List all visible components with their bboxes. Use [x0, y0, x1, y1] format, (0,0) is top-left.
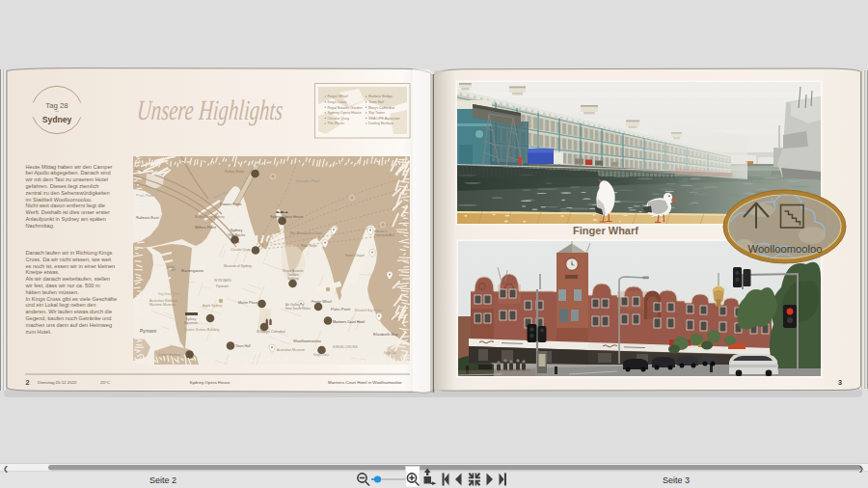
svg-text:Millers Point: Millers Point	[195, 225, 217, 230]
svg-text:Elizabeth Bay House: Elizabeth Bay House	[355, 309, 382, 312]
svg-text:Kings Cross: Kings Cross	[328, 100, 347, 104]
svg-text:Naval Chapel: Naval Chapel	[345, 254, 365, 258]
svg-text:New South Wales: New South Wales	[285, 307, 311, 311]
svg-text:Mariners Court Hotel: Mariners Court Hotel	[333, 320, 365, 324]
svg-text:Town Hall: Town Hall	[368, 100, 384, 104]
svg-text:zum Hotel.: zum Hotel.	[26, 329, 52, 335]
svg-text:Darling Harbour: Darling Harbour	[368, 122, 394, 125]
svg-text:Danach laufen wir in Richtung: Danach laufen wir in Richtung Kings	[26, 250, 113, 256]
svg-text:es noch ist, essen wir in eine: es noch ist, essen wir in einer kleinen	[26, 263, 116, 269]
svg-text:Cross. Da wir nicht wissen, wi: Cross. Da wir nicht wissen, wie weit	[26, 257, 112, 262]
svg-text:Fleet Steps: Fleet Steps	[301, 244, 317, 248]
svg-text:❮: ❮	[3, 465, 9, 473]
svg-text:KINGS CROSS: KINGS CROSS	[333, 345, 358, 349]
svg-text:Kings Cross: Kings Cross	[313, 353, 330, 357]
svg-text:Peninsula Aus: Peninsula Aus	[374, 233, 394, 237]
svg-text:20°C: 20°C	[100, 380, 110, 385]
svg-text:Sydney Opera House: Sydney Opera House	[270, 215, 303, 219]
svg-text:WYNYARD: WYNYARD	[214, 279, 232, 283]
svg-text:Anlaufpunkt in Sydney am späte: Anlaufpunkt in Sydney am späten	[26, 216, 106, 222]
svg-text:Woolloomooloo: Woolloomooloo	[293, 339, 321, 343]
svg-text:SEA LIFE Aquarium: SEA LIFE Aquarium	[368, 117, 400, 121]
svg-text:Finger Wharf: Finger Wharf	[328, 95, 349, 98]
svg-text:Tag 28: Tag 28	[45, 101, 68, 110]
svg-text:Circular Quay: Circular Quay	[328, 117, 350, 121]
svg-text:Seite 2: Seite 2	[149, 475, 176, 485]
svg-text:Royal Botanic Garden: Royal Botanic Garden	[328, 106, 363, 110]
svg-text:Australian Museum: Australian Museum	[277, 348, 305, 352]
svg-text:Balmain East: Balmain East	[136, 215, 159, 220]
svg-text:Als wir danach weiterlaufen, s: Als wir danach weiterlaufen, stellen	[26, 276, 110, 282]
svg-text:King Street Wharf: King Street Wharf	[158, 292, 179, 296]
svg-text:Dawes Point: Dawes Point	[220, 202, 242, 206]
svg-text:Werft. Deshalb ist dies unser: Werft. Deshalb ist dies unser erster	[26, 209, 110, 215]
svg-text:hätten laufen müssen.: hätten laufen müssen.	[26, 289, 79, 295]
svg-text:Seite 3: Seite 3	[663, 475, 690, 485]
svg-text:Sky Tower: Sky Tower	[368, 111, 386, 115]
svg-text:Nicht weit davon entfernt lieg: Nicht weit davon entfernt liegt die	[26, 203, 105, 208]
svg-text:Town Hall: Town Hall	[235, 344, 251, 348]
svg-text:Mariners Court Hotel in Woollo: Mariners Court Hotel in Woolloomooloo	[328, 380, 402, 385]
svg-text:Woolloomooloo: Woolloomooloo	[748, 243, 823, 255]
svg-text:Sydney Opera House: Sydney Opera House	[328, 111, 362, 115]
svg-text:The Rocks: The Rocks	[228, 233, 245, 237]
svg-text:Elizabeth Bay: Elizabeth Bay	[373, 332, 399, 337]
svg-text:Kurraba Point: Kurraba Point	[296, 178, 320, 183]
svg-text:Barangaroo: Barangaroo	[181, 268, 204, 273]
svg-text:Harbour: Harbour	[167, 268, 176, 272]
svg-text:In Kings Cross gibt es viele G: In Kings Cross gibt es viele Geschäfte	[26, 296, 118, 302]
svg-text:und ein Lokal liegt neben den: und ein Lokal liegt neben den	[26, 302, 96, 308]
svg-text:Dienstag 20.12.2022: Dienstag 20.12.2022	[38, 380, 77, 385]
svg-text:Queen Victoria Building: Queen Victoria Building	[184, 328, 220, 332]
svg-text:anderen. Wir laufen etwas durc: anderen. Wir laufen etwas durch die	[26, 309, 113, 314]
svg-text:wir mit dem Taxi zu unserem Ho: wir mit dem Taxi zu unserem Hotel	[25, 176, 108, 182]
svg-text:Marys Cathedral: Marys Cathedral	[368, 106, 394, 110]
svg-text:Potts Point: Potts Point	[331, 307, 351, 312]
svg-text:Circular Quay: Circular Quay	[231, 248, 251, 252]
svg-text:Sydney: Sydney	[287, 277, 299, 281]
svg-text:Finger Wharf: Finger Wharf	[573, 225, 638, 236]
svg-text:gefahren. Dieses liegt ziemlic: gefahren. Dieses liegt ziemlich	[26, 183, 99, 189]
svg-text:Finger Wharf: Finger Wharf	[312, 300, 332, 304]
svg-text:wir fest, dass wir nur ca. 500: wir fest, dass wir nur ca. 500 m	[25, 283, 100, 288]
svg-text:im Stadtteil Woolloomooloo.: im Stadtteil Woolloomooloo.	[26, 197, 94, 203]
svg-text:Kings Cou: Kings Cou	[384, 351, 396, 355]
svg-text:Harbour Bridge: Harbour Bridge	[368, 95, 393, 98]
svg-text:Mrs Macquarie's Chair: Mrs Macquarie's Chair	[290, 231, 323, 235]
svg-text:2: 2	[26, 378, 30, 387]
svg-text:St Mary's Cathedral: St Mary's Cathedral	[257, 330, 285, 334]
svg-text:machen uns dann auf den Heimwe: machen uns dann auf den Heimweg	[26, 322, 113, 328]
svg-text:Gegend, kaufen noch Getränke u: Gegend, kaufen noch Getränke und	[26, 315, 112, 321]
svg-text:❯: ❯	[858, 465, 864, 473]
svg-text:Darling Harbour: Darling Harbour	[158, 353, 181, 357]
svg-text:Sydney: Sydney	[231, 229, 243, 232]
svg-text:Nachmittag.: Nachmittag.	[26, 223, 55, 229]
svg-text:Sydney Opera House: Sydney Opera House	[190, 380, 231, 385]
svg-text:Apple Sydney: Apple Sydney	[203, 304, 223, 308]
svg-text:Aquarium: Aquarium	[184, 321, 198, 325]
svg-text:3: 3	[838, 378, 842, 387]
svg-text:The Rocks: The Rocks	[328, 122, 345, 125]
svg-text:Maritime Museum: Maritime Museum	[149, 303, 176, 307]
svg-text:Harbour Bridge: Harbour Bridge	[225, 170, 245, 174]
svg-text:Martin Place: Martin Place	[238, 301, 258, 305]
svg-text:Pyrmont: Pyrmont	[140, 329, 157, 334]
svg-text:BridgeClimb Sydney: BridgeClimb Sydney	[195, 215, 225, 219]
svg-text:bei Apollo abgegeben. Danach s: bei Apollo abgegeben. Danach sind	[26, 170, 111, 176]
svg-text:Museum of Sydney: Museum of Sydney	[224, 264, 252, 268]
svg-text:zentral zu den Sehenswürdigkei: zentral zu den Sehenswürdigkeiten	[26, 190, 110, 196]
svg-text:Kneipe etwas.: Kneipe etwas.	[26, 269, 61, 275]
svg-text:Sydney: Sydney	[42, 115, 72, 124]
svg-text:Pyrmont: Pyrmont	[216, 285, 229, 288]
svg-text:Unsere Highlights: Unsere Highlights	[136, 94, 285, 126]
svg-text:Heute Mittag haben wir den Cam: Heute Mittag haben wir den Camper	[26, 164, 113, 170]
